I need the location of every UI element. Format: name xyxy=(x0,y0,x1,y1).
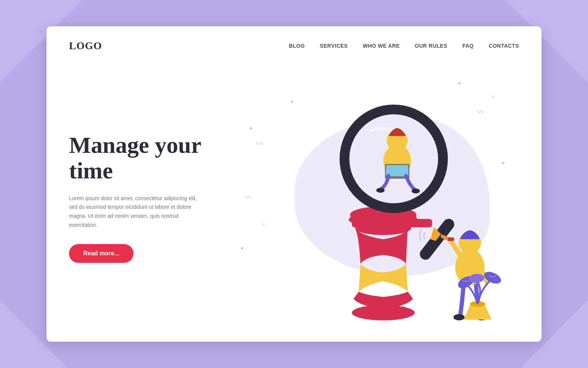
nav-item-faq[interactable]: FAQ xyxy=(462,43,474,49)
svg-point-11 xyxy=(411,189,420,193)
nav-item-contacts[interactable]: CONTACTS xyxy=(489,43,519,49)
svg-rect-17 xyxy=(448,237,454,241)
nav-item-blog[interactable]: BLOG xyxy=(289,43,304,49)
svg-point-13 xyxy=(453,314,465,320)
hero-subtitle: Lorem ipsum dolor sit amet, consectetur … xyxy=(69,194,204,230)
navigation: BLOG SERVICES WHO WE ARE OUR RULES FAQ C… xyxy=(289,43,519,49)
svg-rect-12 xyxy=(352,219,432,227)
main-illustration-svg xyxy=(226,61,519,327)
main-content: Manage your time Lorem ipsum dolor sit a… xyxy=(46,61,542,342)
hero-title: Manage your time xyxy=(69,132,226,183)
nav-item-services[interactable]: SERVICES xyxy=(320,43,348,49)
nav-item-our-rules[interactable]: OUR RULES xyxy=(415,43,447,49)
svg-point-20 xyxy=(482,270,503,286)
svg-point-10 xyxy=(376,188,384,193)
main-card: LOGO BLOG SERVICES WHO WE ARE OUR RULES … xyxy=(46,26,542,342)
nav-item-who-we-are[interactable]: WHO WE ARE xyxy=(363,43,400,49)
logo: LOGO xyxy=(69,40,102,52)
header: LOGO BLOG SERVICES WHO WE ARE OUR RULES … xyxy=(46,26,542,61)
hero-illustration: + + + ∿∿ ∿∿ ∿∿ xyxy=(226,61,519,327)
read-more-button[interactable]: Read more... xyxy=(69,244,134,263)
hero-left: Manage your time Lorem ipsum dolor sit a… xyxy=(69,61,226,327)
